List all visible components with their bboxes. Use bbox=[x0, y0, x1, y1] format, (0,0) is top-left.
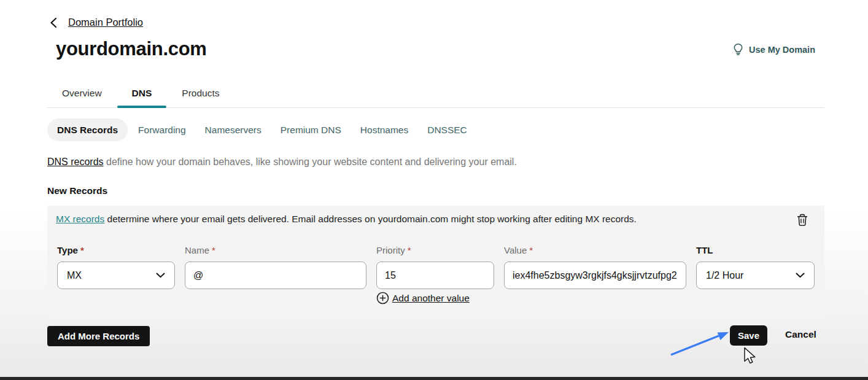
annotation-arrow bbox=[638, 324, 740, 362]
mx-warning-rest: determine where your email gets delivere… bbox=[104, 214, 637, 224]
ttl-select-value: 1/2 Hour bbox=[706, 270, 743, 281]
subtab-hostnames[interactable]: Hostnames bbox=[360, 125, 408, 136]
type-field-group: Type* MX bbox=[57, 245, 175, 289]
add-another-value-button[interactable]: Add another value bbox=[376, 292, 470, 304]
back-link[interactable]: Domain Portfolio bbox=[68, 17, 143, 28]
mouse-cursor-icon bbox=[743, 347, 758, 367]
subtab-nameservers[interactable]: Nameservers bbox=[205, 125, 262, 136]
type-select-value: MX bbox=[67, 270, 82, 281]
required-asterisk: * bbox=[212, 245, 215, 255]
name-field-group: Name* bbox=[185, 245, 366, 289]
ttl-select[interactable]: 1/2 Hour bbox=[696, 262, 815, 289]
cancel-button[interactable]: Cancel bbox=[785, 329, 816, 340]
name-label: Name* bbox=[185, 245, 366, 255]
dns-management-page: Domain Portfolio Use My Domain yourdomai… bbox=[0, 0, 868, 380]
add-another-value-label: Add another value bbox=[392, 293, 470, 304]
trash-icon bbox=[796, 213, 808, 227]
required-asterisk: * bbox=[529, 245, 533, 255]
chevron-down-icon bbox=[796, 273, 805, 278]
ttl-label: TTL bbox=[696, 245, 815, 255]
section-title: New Records bbox=[47, 185, 107, 196]
tab-bar: Overview DNS Products bbox=[47, 80, 824, 108]
dns-intro-rest: define how your domain behaves, like sho… bbox=[104, 157, 517, 167]
subtab-premium-dns[interactable]: Premium DNS bbox=[281, 125, 341, 136]
name-input[interactable] bbox=[185, 262, 366, 289]
use-my-domain-link[interactable]: Use My Domain bbox=[733, 43, 815, 56]
tab-overview[interactable]: Overview bbox=[47, 80, 117, 107]
page-title: yourdomain.com bbox=[56, 38, 207, 60]
chevron-left-icon[interactable] bbox=[49, 17, 58, 28]
subtab-forwarding[interactable]: Forwarding bbox=[138, 125, 186, 136]
tab-products[interactable]: Products bbox=[167, 80, 234, 107]
ttl-field-group: TTL 1/2 Hour bbox=[696, 245, 815, 289]
save-button[interactable]: Save bbox=[730, 325, 767, 346]
value-input[interactable] bbox=[504, 262, 686, 289]
chevron-down-icon bbox=[156, 273, 165, 278]
value-label: Value* bbox=[504, 245, 686, 255]
priority-input[interactable] bbox=[376, 262, 494, 289]
plus-circle-icon bbox=[376, 292, 389, 304]
tab-dns[interactable]: DNS bbox=[117, 80, 167, 107]
dns-intro-text: DNS records define how your domain behav… bbox=[47, 157, 517, 168]
breadcrumb: Domain Portfolio bbox=[49, 17, 143, 28]
type-label: Type* bbox=[57, 245, 175, 255]
mx-records-link[interactable]: MX records bbox=[56, 214, 104, 224]
lightbulb-icon bbox=[733, 43, 743, 56]
new-record-card: MX records determine where your email ge… bbox=[47, 206, 824, 317]
window-bottom-edge bbox=[0, 377, 868, 380]
use-my-domain-label: Use My Domain bbox=[749, 45, 815, 55]
type-select[interactable]: MX bbox=[57, 262, 175, 289]
add-more-records-button[interactable]: Add More Records bbox=[47, 326, 150, 346]
value-field-group: Value* bbox=[504, 245, 686, 289]
mx-warning-note: MX records determine where your email ge… bbox=[56, 214, 775, 225]
required-asterisk: * bbox=[80, 245, 84, 255]
subtab-dnssec[interactable]: DNSSEC bbox=[427, 125, 467, 136]
subtab-dns-records[interactable]: DNS Records bbox=[47, 118, 128, 141]
delete-record-button[interactable] bbox=[795, 213, 810, 229]
dns-records-link[interactable]: DNS records bbox=[47, 157, 104, 167]
priority-label: Priority* bbox=[376, 245, 494, 255]
priority-field-group: Priority* bbox=[376, 245, 494, 289]
dns-subtab-bar: DNS Records Forwarding Nameservers Premi… bbox=[47, 118, 486, 141]
required-asterisk: * bbox=[408, 245, 411, 255]
